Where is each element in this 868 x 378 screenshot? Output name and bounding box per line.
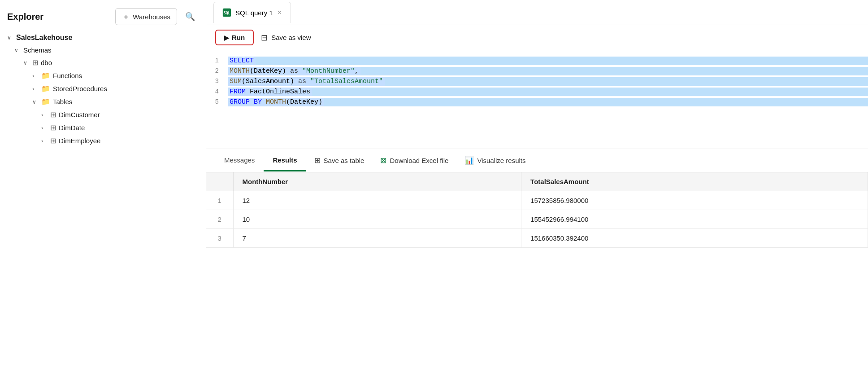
row-num: 2 bbox=[206, 210, 233, 229]
search-button[interactable]: 🔍 bbox=[182, 10, 199, 23]
line-number: 1 bbox=[206, 57, 228, 64]
folder-icon: 📁 bbox=[41, 97, 50, 106]
visualize-results-button[interactable]: 📊 Visualize results bbox=[456, 152, 534, 169]
svg-text:SQL: SQL bbox=[224, 11, 230, 15]
save-table-icon: ⊞ bbox=[314, 156, 321, 165]
messages-label: Messages bbox=[224, 156, 255, 164]
code-content: FROM FactOnlineSales bbox=[228, 88, 868, 96]
run-button[interactable]: ▶ Run bbox=[215, 30, 254, 45]
tree-item-functions[interactable]: › 📁 Functions bbox=[0, 69, 206, 82]
row-num: 1 bbox=[206, 191, 233, 210]
results-tabs: Messages Results ⊞ Save as table ⊠ Downl… bbox=[206, 149, 868, 172]
save-as-table-label: Save as table bbox=[324, 157, 365, 164]
string-monthnumber: "MonthNumber" bbox=[302, 67, 355, 75]
code-line-4: 4 FROM FactOnlineSales bbox=[206, 87, 868, 97]
code-line-3: 3 SUM(SalesAmount) as "TotalSalesAmount" bbox=[206, 76, 868, 87]
download-excel-label: Download Excel file bbox=[390, 157, 448, 164]
excel-icon: ⊠ bbox=[380, 156, 386, 165]
keyword-month2: MONTH bbox=[266, 98, 286, 106]
tab-close-button[interactable]: × bbox=[277, 9, 282, 17]
code-content: SUM(SalesAmount) as "TotalSalesAmount" bbox=[228, 77, 868, 86]
toolbar: ▶ Run ⊟ Save as view bbox=[206, 25, 868, 50]
expand-arrow: › bbox=[32, 73, 39, 79]
tree-item-dimemployee[interactable]: › ⊞ DimEmployee bbox=[0, 134, 206, 147]
keyword-sum: SUM bbox=[230, 78, 242, 85]
schema-icon: ⊞ bbox=[32, 58, 38, 67]
code-content: GROUP BY MONTH(DateKey) bbox=[228, 98, 868, 106]
table-row: 1 12 157235856.980000 bbox=[206, 191, 868, 210]
tree-item-dbo[interactable]: ∨ ⊞ dbo bbox=[0, 56, 206, 69]
tab-messages[interactable]: Messages bbox=[215, 150, 264, 171]
cell-month: 12 bbox=[233, 191, 521, 210]
code-editor[interactable]: 1 SELECT 2 MONTH(DateKey) as "MonthNumbe… bbox=[206, 50, 868, 149]
line-number: 2 bbox=[206, 67, 228, 75]
tree-item-tables[interactable]: ∨ 📁 Tables bbox=[0, 95, 206, 108]
col-header-monthnumber: MonthNumber bbox=[233, 172, 521, 191]
table-icon: ⊞ bbox=[50, 110, 56, 119]
code-line-2: 2 MONTH(DateKey) as "MonthNumber", bbox=[206, 66, 868, 76]
cell-sales: 155452966.994100 bbox=[521, 210, 868, 229]
tree-item-storedprocedures[interactable]: › 📁 StoredProcedures bbox=[0, 82, 206, 95]
code-content: SELECT bbox=[228, 57, 868, 65]
save-view-button[interactable]: ⊟ Save as view bbox=[261, 33, 311, 43]
cell-sales: 151660350.392400 bbox=[521, 229, 868, 248]
tree-item-label: dbo bbox=[41, 59, 52, 66]
code-line-1: 1 SELECT bbox=[206, 56, 868, 66]
expand-arrow: ∨ bbox=[32, 99, 39, 105]
run-label: Run bbox=[232, 34, 245, 41]
line-number: 4 bbox=[206, 88, 228, 95]
tree-item-dimcustomer[interactable]: › ⊞ DimCustomer bbox=[0, 108, 206, 121]
tree-root: ∨ SalesLakehouse ∨ Schemas ∨ ⊞ dbo › 📁 F… bbox=[0, 30, 206, 147]
tree-item-label: Tables bbox=[53, 98, 72, 105]
chart-icon: 📊 bbox=[464, 156, 474, 165]
tree-item-label: DimEmployee bbox=[59, 137, 100, 145]
line-number: 5 bbox=[206, 98, 228, 105]
table-icon: ⊞ bbox=[50, 123, 56, 132]
warehouses-label: Warehouses bbox=[133, 13, 170, 21]
line-number: 3 bbox=[206, 78, 228, 85]
sql-file-icon: SQL bbox=[222, 8, 232, 18]
table-icon: ⊞ bbox=[50, 136, 56, 145]
keyword-month: MONTH bbox=[230, 67, 250, 75]
download-excel-button[interactable]: ⊠ Download Excel file bbox=[372, 152, 456, 169]
tree-item-label: StoredProcedures bbox=[53, 85, 107, 92]
cell-month: 7 bbox=[233, 229, 521, 248]
table-row: 3 7 151660350.392400 bbox=[206, 229, 868, 248]
warehouses-button[interactable]: ＋ Warehouses bbox=[115, 8, 177, 25]
results-label: Results bbox=[273, 156, 297, 164]
tree-item-dimdate[interactable]: › ⊞ DimDate bbox=[0, 121, 206, 134]
tree-item-label: DimCustomer bbox=[59, 111, 100, 119]
col-header-rownum bbox=[206, 172, 233, 191]
tree-item-label: Functions bbox=[53, 72, 82, 79]
plus-icon: ＋ bbox=[122, 11, 130, 22]
save-view-label: Save as view bbox=[271, 34, 311, 41]
code-content: MONTH(DateKey) as "MonthNumber", bbox=[228, 67, 868, 75]
folder-icon: 📁 bbox=[41, 84, 50, 93]
visualize-results-label: Visualize results bbox=[477, 157, 525, 164]
tree-item-label: SalesLakehouse bbox=[16, 34, 72, 42]
row-num: 3 bbox=[206, 229, 233, 248]
cell-month: 10 bbox=[233, 210, 521, 229]
folder-icon: 📁 bbox=[41, 71, 50, 80]
save-as-table-button[interactable]: ⊞ Save as table bbox=[306, 152, 373, 169]
sidebar: Explorer ＋ Warehouses 🔍 ∨ SalesLakehouse… bbox=[0, 0, 206, 378]
search-icon: 🔍 bbox=[185, 12, 195, 21]
save-view-icon: ⊟ bbox=[261, 33, 268, 43]
tree-item-label: Schemas bbox=[23, 46, 52, 54]
explorer-title: Explorer bbox=[7, 12, 43, 22]
tree-item-saleslakehouse[interactable]: ∨ SalesLakehouse bbox=[0, 31, 206, 44]
tab-results[interactable]: Results bbox=[264, 150, 306, 171]
main-area: SQL SQL query 1 × ▶ Run ⊟ Save as view 1… bbox=[206, 0, 868, 378]
sql-query-tab[interactable]: SQL SQL query 1 × bbox=[213, 2, 291, 23]
expand-arrow: › bbox=[32, 86, 39, 92]
cell-sales: 157235856.980000 bbox=[521, 191, 868, 210]
results-table: MonthNumber TotalSalesAmount 1 12 157235… bbox=[206, 172, 868, 248]
tree-item-schemas[interactable]: ∨ Schemas bbox=[0, 44, 206, 56]
expand-arrow: › bbox=[41, 112, 48, 118]
table-header-row: MonthNumber TotalSalesAmount bbox=[206, 172, 868, 191]
data-table-wrapper: MonthNumber TotalSalesAmount 1 12 157235… bbox=[206, 172, 868, 378]
keyword-by: BY bbox=[254, 98, 262, 106]
keyword-group: GROUP bbox=[230, 98, 250, 106]
string-totalsalesamount: "TotalSalesAmount" bbox=[310, 78, 383, 85]
tab-label: SQL query 1 bbox=[235, 9, 273, 17]
